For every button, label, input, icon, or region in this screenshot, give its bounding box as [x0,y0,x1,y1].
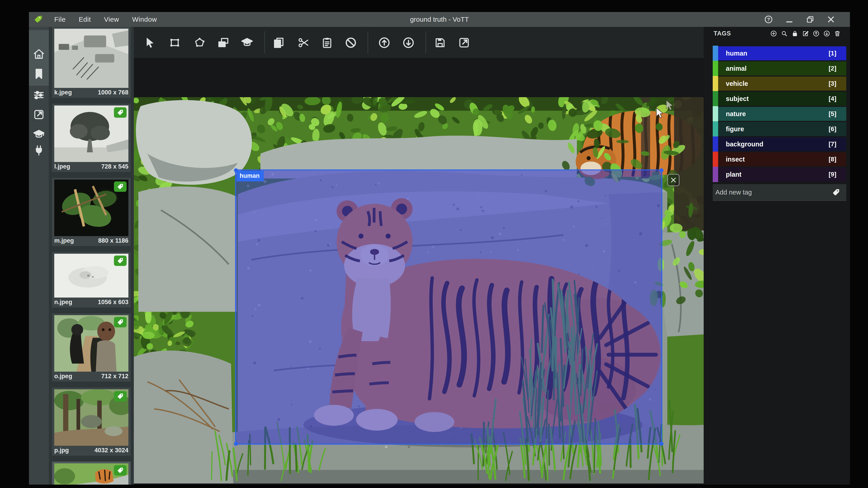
plug-icon[interactable] [33,144,45,157]
tag-hotkey: [8] [829,156,836,163]
menu-item[interactable]: File [54,15,66,23]
lock-icon[interactable] [792,30,798,37]
tag-name: vehicle [726,80,748,88]
toolbar-divider [426,31,426,54]
tag-color-swatch[interactable] [713,61,718,76]
restore-icon[interactable] [806,15,815,24]
tag-hotkey: [9] [829,171,836,178]
active-learning-icon[interactable] [241,36,253,49]
asset-card[interactable] [52,462,131,485]
tag-name: insect [726,156,745,163]
asset-thumbnail[interactable] [54,315,128,372]
asset-thumbnail[interactable] [54,389,128,446]
asset-thumbnail[interactable] [54,105,128,162]
tag-color-swatch[interactable] [713,91,718,106]
arrow-down-icon[interactable] [823,30,830,37]
asset-card[interactable]: n.jpeg 1056 x 603 [52,252,131,307]
tag-hotkey: [6] [829,125,836,133]
help-icon[interactable]: ? [764,15,773,24]
copy-rectangle-icon[interactable] [217,36,230,49]
bookmark-icon[interactable] [33,68,45,80]
tag-name: animal [726,65,747,72]
region-tag-label[interactable]: human [237,171,264,182]
tag-color-swatch[interactable] [713,167,718,182]
select-icon[interactable] [144,36,156,49]
tag-color-swatch[interactable] [713,121,718,137]
sliders-icon[interactable] [33,89,45,101]
region-handle-bottom-right[interactable] [659,442,663,446]
asset-filename: o.jpeg [54,373,72,380]
editor-main: human [134,27,704,485]
tag-row[interactable]: animal [2] [713,61,846,75]
export-icon[interactable] [33,108,45,121]
save-project-icon[interactable] [434,36,446,49]
export-project-icon[interactable] [458,36,470,49]
region-handle-top-left[interactable] [234,168,238,172]
asset-thumbnail[interactable] [54,463,128,485]
tag-color-swatch[interactable] [713,76,718,91]
toolbar-divider [264,31,265,54]
region-handle-bottom-left[interactable] [234,442,238,446]
add-new-tag-row[interactable]: Add new tag [713,184,846,201]
tag-icon [832,188,840,196]
tag-color-swatch[interactable] [713,136,718,152]
annotation-canvas[interactable]: human [134,97,704,484]
graduation-cap-icon[interactable] [33,128,45,140]
region-handle-top-right[interactable] [659,168,663,172]
region-bounding-box[interactable]: human [235,169,662,445]
tag-row[interactable]: human [1] [713,46,846,60]
asset-filename: m.jpeg [54,237,74,244]
tag-hotkey: [1] [829,50,836,57]
edit-icon[interactable] [802,30,809,37]
trash-icon[interactable] [834,30,841,37]
tag-name: figure [726,125,744,133]
tag-row[interactable]: vehicle [3] [713,76,846,91]
tag-hotkey: [5] [829,110,836,118]
next-asset-icon[interactable] [402,36,415,49]
draw-polygon-icon[interactable] [193,36,206,49]
tag-row[interactable]: insect [8] [713,152,846,166]
paste-regions-icon[interactable] [321,36,333,49]
tag-color-swatch[interactable] [713,152,718,167]
previous-asset-icon[interactable] [378,36,391,49]
remove-all-regions-icon[interactable] [344,36,357,49]
asset-thumbnail[interactable] [54,254,128,297]
tagged-badge-icon [114,182,127,192]
asset-card[interactable]: l.jpeg 728 x 545 [52,104,131,172]
menu-item[interactable]: Edit [79,15,91,23]
asset-card[interactable]: m.jpeg 880 x 1186 [52,178,131,246]
asset-card[interactable]: k.jpeg 1000 x 768 [52,27,131,98]
asset-thumbnail[interactable] [54,180,128,236]
tag-row[interactable]: background [7] [713,137,846,151]
mouse-cursor-ghost [665,100,675,111]
asset-card[interactable]: o.jpeg 712 x 712 [52,313,131,382]
tagged-badge-icon [114,465,127,476]
tag-color-swatch[interactable] [713,106,718,122]
arrow-up-icon[interactable] [813,30,819,37]
copy-regions-icon[interactable] [272,36,285,49]
title-bar: File Edit View Window ground truth - VoT… [29,12,850,27]
tag-row[interactable]: nature [5] [713,107,846,121]
menu-item[interactable]: View [104,15,119,23]
tag-row[interactable]: figure [6] [713,122,846,136]
region-delete-button[interactable] [667,174,680,186]
tagged-badge-icon [114,256,127,266]
minimize-icon[interactable] [785,15,794,24]
cut-regions-icon[interactable] [297,36,310,49]
tag-row[interactable]: plant [9] [713,167,846,182]
add-icon[interactable] [770,30,777,37]
menu-item[interactable]: Window [132,15,157,23]
asset-thumbnail[interactable] [54,29,128,88]
close-icon[interactable] [827,15,835,24]
window-title: ground truth - VoTT [410,15,469,23]
asset-dimensions: 728 x 545 [101,163,128,170]
tag-color-swatch[interactable] [713,46,718,61]
asset-card[interactable]: p.jpg 4032 x 3024 [52,387,131,456]
draw-rectangle-icon[interactable] [168,36,181,49]
add-new-tag-input[interactable]: Add new tag [715,189,752,196]
asset-dimensions: 880 x 1186 [98,237,128,244]
home-icon[interactable] [33,48,45,60]
tag-row[interactable]: subject [4] [713,92,846,106]
tag-name: nature [726,110,746,118]
search-icon[interactable] [781,30,788,37]
